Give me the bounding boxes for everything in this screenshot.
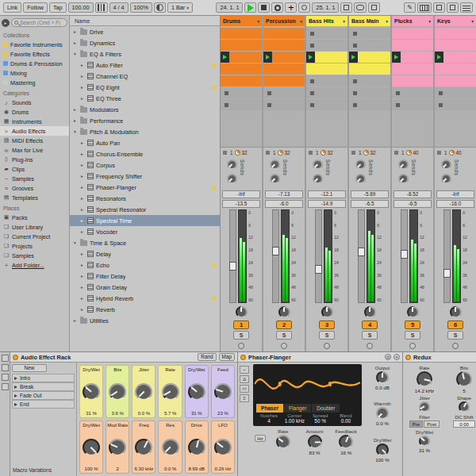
clip-slot[interactable] (435, 52, 476, 63)
tree-item-channel-eq[interactable]: ▸Channel EQ (70, 71, 220, 82)
send-b-knob[interactable] (355, 174, 366, 184)
solo-button[interactable]: S (447, 331, 463, 340)
lfo-shape-4-button[interactable]: ≡ (240, 394, 249, 402)
device-activator-button[interactable] (13, 355, 18, 360)
macro-value[interactable]: 100 % (85, 466, 98, 471)
sidebar-item-add-folder[interactable]: +Add Folder... (0, 260, 69, 270)
track-activator-button[interactable]: 2 (276, 321, 292, 329)
clip-slot[interactable] (306, 28, 347, 39)
track-header[interactable]: Percussion▾ (263, 16, 305, 26)
clip-slot[interactable] (221, 99, 262, 110)
clip[interactable] (221, 40, 262, 51)
clip[interactable] (349, 63, 390, 75)
tree-item-auto-filter[interactable]: ▸Auto Filter (70, 60, 220, 71)
dry-wet-value[interactable]: 31 % (419, 447, 430, 453)
collapse-arrow-icon[interactable]: ▾ (72, 240, 78, 245)
tree-item-utilities[interactable]: ▸Utilities (70, 315, 220, 326)
collapse-arrow-icon[interactable]: ▾ (72, 52, 78, 56)
clip-stop-button[interactable] (439, 103, 443, 107)
sidebar-item-mastering[interactable]: Mastering (0, 78, 69, 87)
macro-value[interactable]: 23 % (217, 411, 228, 416)
track-activator-button[interactable]: 3 (319, 321, 335, 329)
sidebar-item-current-project[interactable]: ❏Current Project (0, 232, 69, 241)
loop-button[interactable] (354, 2, 367, 13)
fader-thumb[interactable] (443, 269, 451, 278)
clip[interactable] (392, 28, 433, 39)
peak-level-display[interactable]: -16.0 (436, 200, 474, 208)
tree-item-corpus[interactable]: ▸Corpus (70, 159, 220, 171)
clip-playing[interactable] (435, 52, 476, 63)
clip-slot[interactable] (221, 75, 262, 86)
tempo-display[interactable]: 100.00 (68, 2, 94, 13)
arm-button[interactable] (409, 343, 416, 349)
tree-item-modulators[interactable]: ▸Modulators (70, 104, 220, 115)
clip-slot[interactable] (306, 99, 347, 110)
clip-stop-button[interactable] (353, 79, 357, 83)
macro-knob[interactable] (214, 383, 232, 401)
key-map-button[interactable] (433, 2, 445, 13)
solo-button[interactable]: S (276, 331, 292, 340)
clip-slot[interactable] (306, 75, 347, 86)
dc-shift-value[interactable]: 0.00 (453, 420, 475, 428)
sidebar-item-plug-ins[interactable]: ▯Plug-Ins (0, 155, 69, 164)
stop-square-icon[interactable] (351, 151, 355, 155)
tree-item-dynamics[interactable]: ▸Dynamics (70, 37, 220, 48)
sidebar-item-user-library[interactable]: ❏User Library (0, 222, 69, 232)
tree-item-performance[interactable]: ▸Performance (70, 115, 220, 126)
punch-out-button[interactable] (368, 2, 380, 13)
send-a-knob[interactable] (270, 159, 280, 170)
clip-slot[interactable] (349, 52, 390, 63)
expand-arrow-icon[interactable]: ▸ (79, 307, 85, 312)
rate-knob[interactable] (276, 435, 290, 449)
expand-arrow-icon[interactable]: ▸ (79, 85, 85, 90)
macro-value[interactable]: 0.0 % (138, 411, 150, 416)
amount-knob[interactable] (308, 435, 322, 449)
stop-square-icon[interactable] (266, 151, 270, 155)
new-variation-button[interactable]: New (12, 364, 47, 372)
fader-thumb[interactable] (401, 250, 408, 259)
volume-display[interactable]: -Inf (436, 190, 474, 198)
clip-slot[interactable] (349, 28, 390, 39)
tree-item-time-space[interactable]: ▾Time & Space (70, 237, 220, 248)
tree-item-eq-eight[interactable]: ▸EQ Eight (70, 82, 220, 93)
track-header[interactable]: Plucks▾ (392, 16, 433, 26)
clip[interactable] (435, 28, 476, 39)
clip-stop-button[interactable] (396, 91, 400, 95)
expand-arrow-icon[interactable]: ▸ (79, 74, 85, 79)
sidebar-item-packs[interactable]: ▣Packs (0, 213, 69, 222)
clip-playing[interactable] (221, 52, 262, 63)
rate-knob[interactable] (416, 371, 432, 387)
punch-in-button[interactable] (340, 2, 352, 13)
track-activator-button[interactable]: 6 (447, 321, 463, 329)
show-macros-button[interactable] (2, 364, 9, 371)
tree-item-filter-delay[interactable]: ▸Filter Delay (70, 271, 220, 282)
rand-button[interactable]: Rand (198, 353, 216, 361)
macro-knob[interactable] (162, 383, 179, 401)
sidebar-item-max-for-live[interactable]: ∞Max for Live (0, 145, 69, 155)
tap-tempo-button[interactable]: Tap (49, 2, 67, 13)
tree-item-auto-pan[interactable]: ▸Auto Pan (70, 137, 220, 148)
clip-stop-button[interactable] (439, 91, 443, 95)
pan-knob[interactable] (321, 306, 333, 318)
macro-knob[interactable] (109, 383, 126, 401)
browser-fold-button[interactable]: ▸ (2, 19, 10, 27)
computer-midi-keyboard-button[interactable] (417, 2, 432, 13)
volume-fader[interactable] (229, 209, 236, 303)
expand-arrow-icon[interactable]: ▸ (79, 196, 85, 201)
clip-slot[interactable] (306, 52, 347, 63)
macro-knob[interactable] (135, 439, 152, 456)
param-value-blend[interactable]: 0.00 (333, 418, 359, 424)
clip-slot[interactable] (349, 63, 390, 75)
track-activator-button[interactable]: 1 (233, 321, 249, 329)
clip-slot[interactable] (435, 87, 476, 98)
clip[interactable] (221, 75, 262, 86)
clip-playing[interactable] (263, 52, 305, 63)
filter-post-button[interactable]: Post (424, 420, 440, 428)
clip[interactable] (263, 75, 305, 86)
clip-slot[interactable] (263, 87, 305, 98)
device-activator-button[interactable] (240, 355, 246, 360)
expand-arrow-icon[interactable]: ▸ (79, 229, 85, 234)
warmth-value[interactable]: 0.0 % (376, 420, 389, 426)
fader-thumb[interactable] (358, 248, 365, 256)
macro-knob[interactable] (188, 383, 205, 401)
